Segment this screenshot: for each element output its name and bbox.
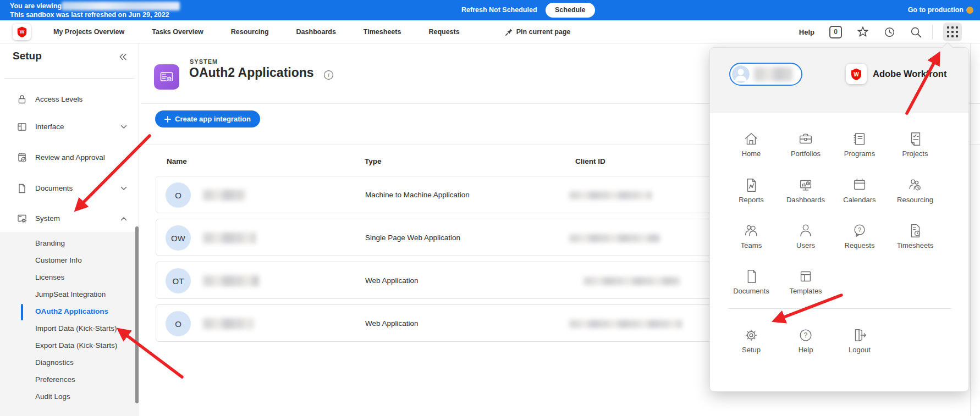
template-layout-icon xyxy=(797,268,814,285)
workfront-setup-page: You are viewing This sandbox was last re… xyxy=(0,0,980,416)
app-link-home[interactable]: Home xyxy=(724,130,779,158)
nav-divider xyxy=(932,25,933,39)
app-link-users[interactable]: Users xyxy=(778,221,833,249)
app-label: Portfolios xyxy=(791,149,821,158)
create-app-integration-button[interactable]: Create app integration xyxy=(155,110,260,127)
app-label: Reports xyxy=(739,196,764,204)
user-avatar xyxy=(732,65,750,83)
app-label: Logout xyxy=(849,346,871,354)
sidebar-collapse-button[interactable] xyxy=(119,53,127,63)
sidebar-subitem-oauth2-applications[interactable]: OAuth2 Applications xyxy=(0,304,139,319)
sidebar-item-documents[interactable]: Documents xyxy=(0,180,139,197)
notebook-icon xyxy=(851,131,868,147)
refreshed-text: This sandbox was last refreshed on Jun 2… xyxy=(10,11,169,19)
star-icon xyxy=(857,26,869,38)
app-link-setup[interactable]: Setup xyxy=(724,326,779,354)
pin-current-page-button[interactable]: Pin current page xyxy=(505,28,571,36)
sidebar-item-system[interactable]: System xyxy=(0,210,139,227)
schedule-button[interactable]: Schedule xyxy=(546,3,595,18)
app-label: Resourcing xyxy=(897,196,933,204)
app-link-programs[interactable]: Programs xyxy=(832,130,887,158)
app-label: Projects xyxy=(902,149,928,158)
nav-items: My Projects Overview Tasks Overview Reso… xyxy=(53,20,570,43)
app-link-calendars[interactable]: Calendars xyxy=(832,176,887,204)
app-link-templates[interactable]: Templates xyxy=(778,267,833,295)
app-link-logout[interactable]: Logout xyxy=(832,326,887,354)
app-switcher-button[interactable] xyxy=(943,23,962,41)
app-avatar: O xyxy=(166,182,191,208)
subitem-label: Preferences xyxy=(35,372,75,387)
dashboard-monitor-icon xyxy=(797,177,814,193)
sidebar-item-label: Review and Approval xyxy=(35,149,105,166)
sidebar-subitem-preferences[interactable]: Preferences xyxy=(0,372,139,387)
notification-count-button[interactable]: 0 xyxy=(829,26,842,38)
pin-icon xyxy=(505,28,513,36)
workfront-home-button[interactable]: W xyxy=(13,24,31,40)
app-label: Home xyxy=(742,149,761,158)
svg-text:?: ? xyxy=(858,227,861,233)
refresh-status: Refresh Not Scheduled xyxy=(461,0,537,20)
sidebar-subitem-licenses[interactable]: Licenses xyxy=(0,270,139,285)
info-button[interactable]: i xyxy=(323,70,334,82)
sidebar-item-review-and-approval[interactable]: Review and Approval xyxy=(0,149,139,166)
app-link-timesheets[interactable]: Timesheets xyxy=(888,221,943,249)
person-avatar-icon xyxy=(732,65,750,83)
user-profile-pill[interactable] xyxy=(729,63,802,86)
logout-door-icon xyxy=(851,327,868,343)
app-label: Dashboards xyxy=(786,196,825,204)
subitem-label: Export Data (Kick-Starts) xyxy=(35,338,117,353)
sidebar-subitem-import-data[interactable]: Import Data (Kick-Starts) xyxy=(0,321,139,336)
nav-item-tasks-overview[interactable]: Tasks Overview xyxy=(152,28,203,36)
sidebar-subitem-jumpseat-integration[interactable]: JumpSeat Integration xyxy=(0,287,139,302)
redacted-app-name xyxy=(203,190,246,201)
redacted-client-id xyxy=(569,234,660,242)
app-link-projects[interactable]: Projects xyxy=(888,130,943,158)
app-label: Users xyxy=(796,241,815,249)
app-label: Setup xyxy=(742,346,761,354)
sidebar-subitem-customer-info[interactable]: Customer Info xyxy=(0,253,139,268)
sidebar-item-interface[interactable]: Interface xyxy=(0,119,139,135)
help-menu-button[interactable]: Help xyxy=(799,28,814,36)
sidebar-subitem-diagnostics[interactable]: Diagnostics xyxy=(0,355,139,370)
svg-text:?: ? xyxy=(804,331,808,339)
sidebar-subitem-audit-logs[interactable]: Audit Logs xyxy=(0,389,139,404)
nav-item-my-projects-overview[interactable]: My Projects Overview xyxy=(53,28,124,36)
top-navbar: W My Projects Overview Tasks Overview Re… xyxy=(0,20,980,43)
home-icon xyxy=(743,131,759,147)
go-to-production-link[interactable]: Go to production xyxy=(908,0,964,20)
nav-item-requests[interactable]: Requests xyxy=(428,28,459,36)
user-icon xyxy=(797,223,814,239)
sidebar-scrollbar[interactable] xyxy=(135,226,139,403)
app-link-help[interactable]: ? Help xyxy=(778,326,833,354)
app-label: Teams xyxy=(741,241,762,249)
search-button[interactable] xyxy=(910,26,922,38)
app-link-portfolios[interactable]: Portfolios xyxy=(778,130,833,158)
app-link-documents[interactable]: Documents xyxy=(724,267,779,295)
nav-item-timesheets[interactable]: Timesheets xyxy=(364,28,401,36)
app-link-dashboards[interactable]: Dashboards xyxy=(778,176,833,204)
production-dot-icon xyxy=(966,7,973,14)
app-link-requests[interactable]: ? Requests xyxy=(832,221,887,249)
panel-divider xyxy=(728,308,951,309)
page-title: OAuth2 Applications xyxy=(189,65,314,80)
create-button-label: Create app integration xyxy=(175,115,251,123)
redacted-client-id xyxy=(583,277,680,285)
recents-button[interactable] xyxy=(884,26,895,38)
system-icon xyxy=(16,213,27,224)
sidebar-subitem-export-data[interactable]: Export Data (Kick-Starts) xyxy=(0,338,139,353)
sidebar-item-access-levels[interactable]: Access Levels xyxy=(0,91,139,108)
svg-text:i: i xyxy=(328,72,329,78)
subitem-label: Customer Info xyxy=(35,253,82,268)
app-label: Programs xyxy=(844,149,875,158)
column-header-client-id: Client ID xyxy=(575,157,605,165)
sidebar-title: Setup xyxy=(13,50,42,62)
app-link-reports[interactable]: Reports xyxy=(724,176,779,204)
search-icon xyxy=(910,26,922,38)
nav-item-dashboards[interactable]: Dashboards xyxy=(296,28,336,36)
subitem-label: Licenses xyxy=(35,270,64,285)
app-link-resourcing[interactable]: Resourcing xyxy=(888,176,943,204)
nav-item-resourcing[interactable]: Resourcing xyxy=(231,28,269,36)
app-link-teams[interactable]: Teams xyxy=(724,221,779,249)
favorites-button[interactable] xyxy=(857,26,869,38)
sidebar-subitem-branding[interactable]: Branding xyxy=(0,236,139,251)
